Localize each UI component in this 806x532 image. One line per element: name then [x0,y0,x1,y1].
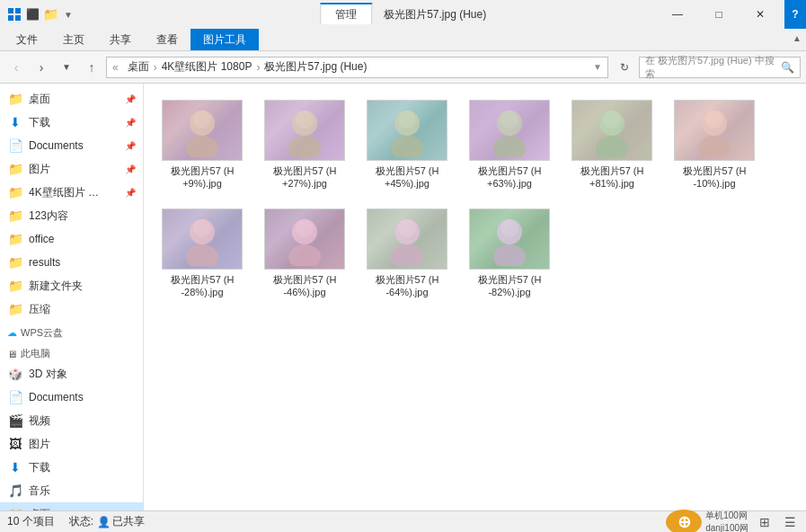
breadcrumb-item-desktop[interactable]: 桌面 [128,59,149,75]
svg-rect-0 [8,8,13,13]
sidebar-item-pictures-pc[interactable]: 🖼 图片 [0,432,143,456]
sidebar-item-downloads-pc[interactable]: ⬇ 下载 [0,456,143,479]
svg-rect-1 [15,8,21,13]
active-tab-label[interactable]: 管理 [320,3,372,24]
sidebar-item-new-folder[interactable]: 📁 新建文件夹 [0,274,143,297]
music-icon: 🎵 [7,483,23,499]
forward-button[interactable]: › [31,57,52,78]
doc-icon: 📄 [7,389,23,405]
search-icon[interactable]: 🔍 [781,61,794,74]
svg-rect-2 [8,15,13,21]
folder-icon: 📁 [7,278,23,294]
sidebar-item-desktop-qa[interactable]: 📁 桌面 📌 [0,87,143,111]
dropdown-button[interactable]: ▼ [56,57,77,78]
quick-access-icon[interactable]: ⬛ [25,7,40,22]
toolbar-bar: ‹ › ▼ ↑ « 桌面 › 4K壁纸图片 1080P › 极光图片57.jpg… [0,51,806,84]
sidebar-item-label: 桌面 [29,507,50,511]
main-content: 📁 桌面 📌 ⬇ 下载 📌 📄 Documents 📌 📁 图片 📌 📁 4K壁… [0,84,806,510]
file-item-5[interactable]: 极光图片57 (H-10%).jpg [665,93,764,198]
breadcrumb-item-1[interactable]: « [112,61,119,74]
sidebar-item-label: 下载 [29,115,50,130]
svg-point-30 [398,219,416,237]
sidebar-item-pictures-qa[interactable]: 📁 图片 📌 [0,157,143,181]
tab-share[interactable]: 共享 [97,29,144,50]
svg-point-29 [391,244,423,266]
wps-label[interactable]: WPS云盘 [21,326,63,340]
file-item-6[interactable]: 极光图片57 (H-28%).jpg [153,201,252,306]
window-title: 管理 极光图片57.jpg (Hue) [320,7,486,22]
sidebar-item-results[interactable]: 📁 results [0,251,143,274]
file-thumbnail-0 [162,100,243,161]
file-name-7: 极光图片57 (H-46%).jpg [273,273,337,299]
file-thumbnail-3 [469,100,550,161]
address-dropdown-icon[interactable]: ▼ [593,62,602,72]
sidebar-item-123[interactable]: 📁 123内容 [0,204,143,227]
help-button[interactable]: ? [784,0,806,29]
minimize-button[interactable]: — [657,0,698,29]
ribbon-collapse-button[interactable]: ▲ [788,29,806,47]
tab-file[interactable]: 文件 [4,29,50,50]
breadcrumb-item-4k[interactable]: 4K壁纸图片 1080P [162,59,252,75]
svg-point-14 [493,136,526,157]
sidebar-item-documents-pc[interactable]: 📄 Documents [0,386,143,409]
view-grid-button[interactable]: ⊞ [756,513,774,531]
svg-point-27 [296,219,314,237]
svg-point-26 [288,244,321,266]
svg-point-8 [288,136,321,157]
sidebar-item-compress[interactable]: 📁 压缩 [0,297,143,321]
svg-point-17 [596,136,628,157]
sidebar-item-label: results [29,256,60,269]
search-bar[interactable]: 在 极光图片57.jpg (Hue) 中搜索 🔍 [639,57,801,78]
sidebar-item-label: 音乐 [29,483,50,499]
sidebar-item-music-pc[interactable]: 🎵 音乐 [0,479,143,502]
sidebar-item-documents-qa[interactable]: 📄 Documents 📌 [0,134,143,157]
sidebar-item-4k-qa[interactable]: 📁 4K壁纸图片 … 📌 [0,181,143,204]
tab-home[interactable]: 主页 [50,29,97,50]
arrow-down-icon[interactable]: ▼ [61,7,75,22]
tab-picture-tools[interactable]: 图片工具 [190,29,259,50]
pc-icon: 🖥 [7,349,17,359]
file-item-3[interactable]: 极光图片57 (H+63%).jpg [460,93,559,198]
file-item-9[interactable]: 极光图片57 (H-82%).jpg [460,201,559,306]
sidebar: 📁 桌面 📌 ⬇ 下载 📌 📄 Documents 📌 📁 图片 📌 📁 4K壁… [0,84,144,510]
pc-section: 🖥 此电脑 [0,341,143,362]
file-item-0[interactable]: 极光图片57 (H+9%).jpg [153,93,252,198]
file-name-3: 极光图片57 (H+63%).jpg [478,164,542,191]
pc-label[interactable]: 此电脑 [21,347,50,360]
tab-view[interactable]: 查看 [144,29,190,50]
file-item-8[interactable]: 极光图片57 (H-64%).jpg [358,201,456,306]
svg-point-15 [500,111,518,129]
watermark-domain: danji100网 [705,522,748,533]
folder-icon: 📁 [7,506,23,510]
folder-icon: 📁 [7,231,23,247]
svg-point-12 [398,111,416,129]
maximize-button[interactable]: □ [698,0,740,29]
sidebar-item-label: 3D 对象 [29,367,67,382]
sidebar-item-download-qa[interactable]: ⬇ 下载 📌 [0,111,143,134]
pin-icon: 📌 [125,118,136,128]
svg-point-6 [193,111,211,129]
up-button[interactable]: ↑ [81,57,102,78]
sidebar-item-label: 桌面 [29,92,50,107]
file-item-2[interactable]: 极光图片57 (H+45%).jpg [358,93,456,198]
refresh-button[interactable]: ↻ [614,57,635,78]
breadcrumb-item-current[interactable]: 极光图片57.jpg (Hue) [264,59,367,75]
file-item-4[interactable]: 极光图片57 (H+81%).jpg [562,93,661,198]
svg-point-23 [186,244,218,266]
pin-icon: 📌 [125,188,136,198]
view-list-button[interactable]: ☰ [781,513,799,531]
file-item-1[interactable]: 极光图片57 (H+27%).jpg [255,93,354,198]
svg-point-11 [391,136,423,157]
sidebar-item-3d[interactable]: 🎲 3D 对象 [0,362,143,386]
file-thumbnail-2 [367,100,447,161]
wps-section: ☁ WPS云盘 [0,321,143,341]
sidebar-item-desktop-pc[interactable]: 📁 桌面 [0,502,143,510]
file-item-7[interactable]: 极光图片57 (H-46%).jpg [255,201,354,306]
title-text: 极光图片57.jpg (Hue) [384,8,486,21]
address-bar[interactable]: « 桌面 › 4K壁纸图片 1080P › 极光图片57.jpg (Hue) ▼ [106,57,608,78]
back-button[interactable]: ‹ [5,57,27,78]
close-button[interactable]: ✕ [740,0,781,29]
svg-point-9 [296,111,314,129]
sidebar-item-office[interactable]: 📁 office [0,227,143,251]
sidebar-item-videos-pc[interactable]: 🎬 视频 [0,409,143,432]
